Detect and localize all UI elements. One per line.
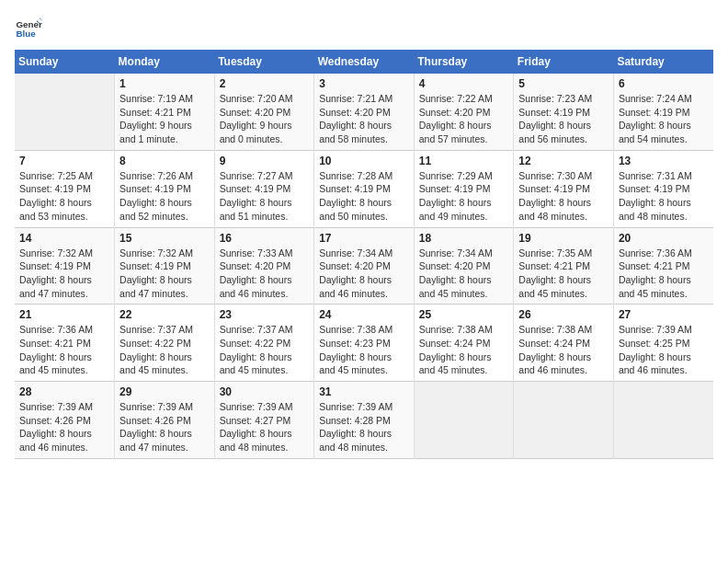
- day-info: Sunrise: 7:39 AM Sunset: 4:25 PM Dayligh…: [619, 323, 709, 377]
- weekday-header-saturday: Saturday: [613, 50, 713, 74]
- calendar-cell: 7Sunrise: 7:25 AM Sunset: 4:19 PM Daylig…: [15, 150, 115, 227]
- calendar-cell: [414, 382, 514, 459]
- day-info: Sunrise: 7:29 AM Sunset: 4:19 PM Dayligh…: [419, 169, 509, 224]
- calendar-cell: 2Sunrise: 7:20 AM Sunset: 4:20 PM Daylig…: [214, 74, 314, 150]
- calendar-cell: 16Sunrise: 7:33 AM Sunset: 4:20 PM Dayli…: [214, 227, 314, 304]
- weekday-header-friday: Friday: [514, 50, 614, 74]
- calendar-cell: 12Sunrise: 7:30 AM Sunset: 4:19 PM Dayli…: [514, 150, 614, 227]
- day-info: Sunrise: 7:34 AM Sunset: 4:20 PM Dayligh…: [319, 247, 409, 301]
- calendar-cell: [15, 74, 115, 150]
- day-number: 21: [19, 308, 109, 321]
- logo: General Blue: [15, 15, 46, 42]
- day-info: Sunrise: 7:38 AM Sunset: 4:24 PM Dayligh…: [518, 323, 609, 377]
- day-info: Sunrise: 7:32 AM Sunset: 4:19 PM Dayligh…: [19, 247, 109, 301]
- calendar-cell: 4Sunrise: 7:22 AM Sunset: 4:20 PM Daylig…: [414, 74, 514, 150]
- day-number: 8: [119, 155, 210, 167]
- calendar-cell: 1Sunrise: 7:19 AM Sunset: 4:21 PM Daylig…: [115, 74, 215, 150]
- day-number: 12: [518, 155, 609, 167]
- day-info: Sunrise: 7:33 AM Sunset: 4:20 PM Dayligh…: [220, 247, 310, 301]
- day-info: Sunrise: 7:37 AM Sunset: 4:22 PM Dayligh…: [119, 323, 210, 377]
- day-number: 7: [19, 155, 109, 167]
- day-number: 29: [119, 385, 210, 398]
- weekday-header-wednesday: Wednesday: [314, 50, 415, 74]
- calendar-week-row: 1Sunrise: 7:19 AM Sunset: 4:21 PM Daylig…: [15, 74, 713, 150]
- calendar-cell: 31Sunrise: 7:39 AM Sunset: 4:28 PM Dayli…: [314, 382, 415, 459]
- calendar-week-row: 7Sunrise: 7:25 AM Sunset: 4:19 PM Daylig…: [15, 150, 713, 227]
- day-info: Sunrise: 7:23 AM Sunset: 4:19 PM Dayligh…: [518, 92, 609, 146]
- weekday-header-thursday: Thursday: [414, 50, 514, 74]
- calendar-cell: 13Sunrise: 7:31 AM Sunset: 4:19 PM Dayli…: [613, 150, 713, 227]
- day-info: Sunrise: 7:30 AM Sunset: 4:19 PM Dayligh…: [518, 169, 609, 224]
- calendar-cell: 19Sunrise: 7:35 AM Sunset: 4:21 PM Dayli…: [514, 227, 614, 304]
- calendar-week-row: 14Sunrise: 7:32 AM Sunset: 4:19 PM Dayli…: [15, 227, 713, 304]
- day-number: 5: [518, 77, 609, 90]
- calendar-cell: [613, 382, 713, 459]
- day-info: Sunrise: 7:39 AM Sunset: 4:26 PM Dayligh…: [119, 400, 210, 454]
- calendar-cell: 14Sunrise: 7:32 AM Sunset: 4:19 PM Dayli…: [15, 227, 115, 304]
- calendar-cell: 20Sunrise: 7:36 AM Sunset: 4:21 PM Dayli…: [613, 227, 713, 304]
- calendar-cell: 15Sunrise: 7:32 AM Sunset: 4:19 PM Dayli…: [115, 227, 215, 304]
- day-number: 16: [220, 232, 310, 245]
- calendar-cell: 9Sunrise: 7:27 AM Sunset: 4:19 PM Daylig…: [214, 150, 314, 227]
- day-info: Sunrise: 7:36 AM Sunset: 4:21 PM Dayligh…: [19, 323, 109, 377]
- day-number: 14: [19, 232, 109, 245]
- calendar-cell: 10Sunrise: 7:28 AM Sunset: 4:19 PM Dayli…: [314, 150, 415, 227]
- day-info: Sunrise: 7:22 AM Sunset: 4:20 PM Dayligh…: [419, 92, 509, 146]
- day-number: 11: [419, 155, 509, 167]
- day-info: Sunrise: 7:35 AM Sunset: 4:21 PM Dayligh…: [518, 247, 609, 301]
- calendar-cell: 28Sunrise: 7:39 AM Sunset: 4:26 PM Dayli…: [15, 382, 115, 459]
- calendar-cell: 6Sunrise: 7:24 AM Sunset: 4:19 PM Daylig…: [613, 74, 713, 150]
- day-info: Sunrise: 7:34 AM Sunset: 4:20 PM Dayligh…: [419, 247, 509, 301]
- calendar-cell: 30Sunrise: 7:39 AM Sunset: 4:27 PM Dayli…: [214, 382, 314, 459]
- calendar-cell: 18Sunrise: 7:34 AM Sunset: 4:20 PM Dayli…: [414, 227, 514, 304]
- day-info: Sunrise: 7:27 AM Sunset: 4:19 PM Dayligh…: [220, 169, 310, 224]
- calendar-cell: 21Sunrise: 7:36 AM Sunset: 4:21 PM Dayli…: [15, 304, 115, 382]
- day-number: 3: [319, 77, 409, 90]
- logo-icon: General Blue: [15, 15, 42, 42]
- calendar-table: SundayMondayTuesdayWednesdayThursdayFrid…: [15, 50, 713, 459]
- day-info: Sunrise: 7:39 AM Sunset: 4:26 PM Dayligh…: [19, 400, 109, 454]
- day-info: Sunrise: 7:24 AM Sunset: 4:19 PM Dayligh…: [619, 92, 709, 146]
- day-number: 26: [518, 308, 609, 321]
- day-number: 30: [220, 385, 310, 398]
- calendar-cell: 25Sunrise: 7:38 AM Sunset: 4:24 PM Dayli…: [414, 304, 514, 382]
- day-number: 23: [220, 308, 310, 321]
- day-number: 1: [119, 77, 210, 90]
- calendar-cell: 24Sunrise: 7:38 AM Sunset: 4:23 PM Dayli…: [314, 304, 415, 382]
- day-number: 4: [419, 77, 509, 90]
- calendar-cell: 22Sunrise: 7:37 AM Sunset: 4:22 PM Dayli…: [115, 304, 215, 382]
- svg-text:General: General: [17, 19, 43, 29]
- calendar-cell: 26Sunrise: 7:38 AM Sunset: 4:24 PM Dayli…: [514, 304, 614, 382]
- svg-text:Blue: Blue: [17, 29, 37, 39]
- day-info: Sunrise: 7:26 AM Sunset: 4:19 PM Dayligh…: [119, 169, 210, 224]
- day-number: 22: [119, 308, 210, 321]
- calendar-cell: 3Sunrise: 7:21 AM Sunset: 4:20 PM Daylig…: [314, 74, 415, 150]
- calendar-week-row: 28Sunrise: 7:39 AM Sunset: 4:26 PM Dayli…: [15, 382, 713, 459]
- day-number: 13: [619, 155, 709, 167]
- day-number: 28: [19, 385, 109, 398]
- day-info: Sunrise: 7:25 AM Sunset: 4:19 PM Dayligh…: [19, 169, 109, 224]
- day-number: 6: [619, 77, 709, 90]
- calendar-cell: 17Sunrise: 7:34 AM Sunset: 4:20 PM Dayli…: [314, 227, 415, 304]
- day-info: Sunrise: 7:38 AM Sunset: 4:23 PM Dayligh…: [319, 323, 409, 377]
- calendar-week-row: 21Sunrise: 7:36 AM Sunset: 4:21 PM Dayli…: [15, 304, 713, 382]
- day-info: Sunrise: 7:39 AM Sunset: 4:28 PM Dayligh…: [319, 400, 409, 454]
- day-number: 17: [319, 232, 409, 245]
- day-number: 19: [518, 232, 609, 245]
- calendar-cell: 11Sunrise: 7:29 AM Sunset: 4:19 PM Dayli…: [414, 150, 514, 227]
- weekday-header-monday: Monday: [115, 50, 215, 74]
- day-number: 27: [619, 308, 709, 321]
- day-info: Sunrise: 7:21 AM Sunset: 4:20 PM Dayligh…: [319, 92, 409, 146]
- day-info: Sunrise: 7:39 AM Sunset: 4:27 PM Dayligh…: [220, 400, 310, 454]
- weekday-header-tuesday: Tuesday: [214, 50, 314, 74]
- day-number: 10: [319, 155, 409, 167]
- day-info: Sunrise: 7:19 AM Sunset: 4:21 PM Dayligh…: [119, 92, 210, 146]
- day-number: 31: [319, 385, 409, 398]
- day-number: 9: [220, 155, 310, 167]
- day-info: Sunrise: 7:28 AM Sunset: 4:19 PM Dayligh…: [319, 169, 409, 224]
- day-number: 25: [419, 308, 509, 321]
- calendar-cell: 23Sunrise: 7:37 AM Sunset: 4:22 PM Dayli…: [214, 304, 314, 382]
- day-number: 2: [220, 77, 310, 90]
- day-info: Sunrise: 7:36 AM Sunset: 4:21 PM Dayligh…: [619, 247, 709, 301]
- day-number: 20: [619, 232, 709, 245]
